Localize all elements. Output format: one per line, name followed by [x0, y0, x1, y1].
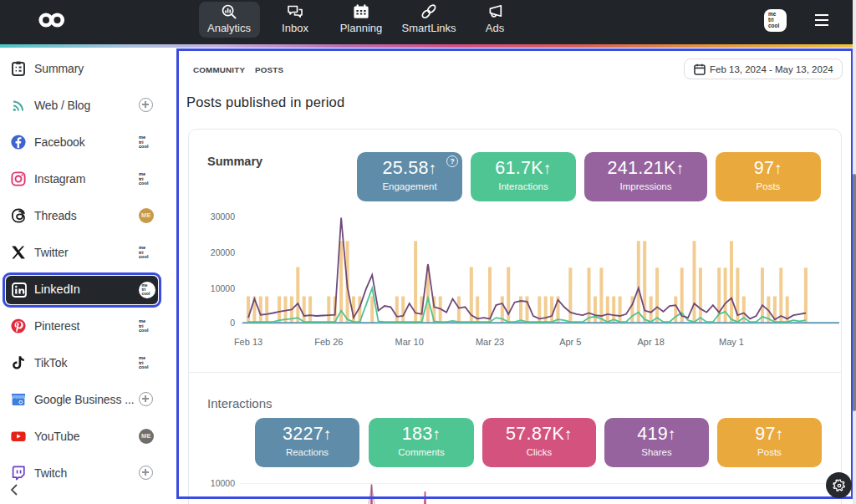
svg-text:30000: 30000 [211, 211, 235, 221]
svg-text:Mar 10: Mar 10 [395, 337, 424, 347]
svg-text:10000: 10000 [211, 283, 235, 293]
svg-text:Apr 18: Apr 18 [637, 337, 664, 347]
svg-text:20000: 20000 [211, 247, 235, 257]
svg-text:Mar 23: Mar 23 [476, 337, 504, 347]
svg-text:10000: 10000 [211, 478, 235, 488]
svg-text:Feb 26: Feb 26 [314, 337, 343, 347]
svg-text:0: 0 [230, 318, 235, 328]
svg-text:Feb 13: Feb 13 [234, 337, 262, 347]
svg-text:May 1: May 1 [719, 337, 744, 347]
svg-text:Apr 5: Apr 5 [559, 337, 581, 347]
